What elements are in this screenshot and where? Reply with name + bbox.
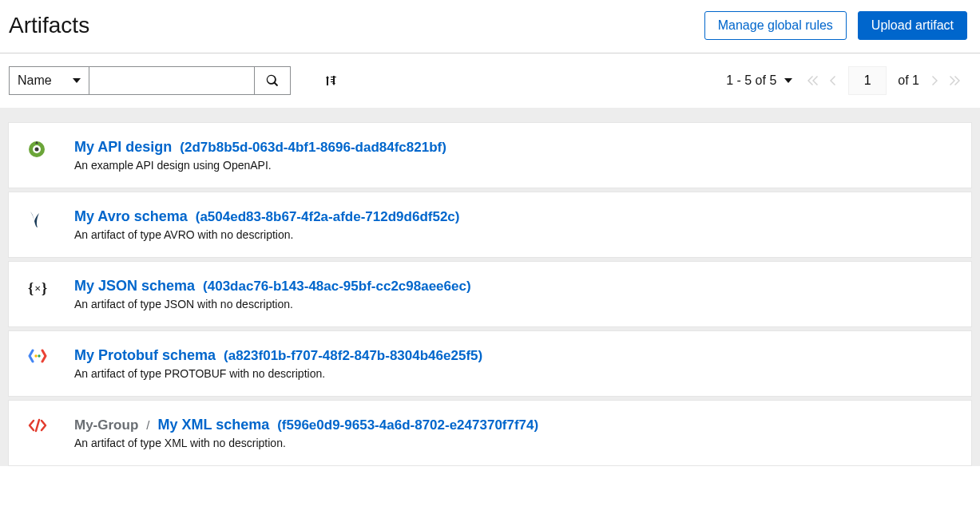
next-page-button[interactable]	[930, 75, 938, 86]
artifact-row: My-Group/My XML schema(f596e0d9-9653-4a6…	[8, 400, 972, 466]
angle-left-icon	[829, 75, 837, 86]
protobuf-icon	[28, 349, 46, 366]
json-icon: {}✕	[28, 279, 46, 297]
search-button[interactable]	[255, 67, 290, 94]
artifact-description: An artifact of type XML with no descript…	[74, 437, 952, 449]
manage-global-rules-button[interactable]: Manage global rules	[704, 11, 847, 40]
artifact-name-link[interactable]: My Avro schema	[74, 208, 188, 225]
svg-text:{: {	[28, 280, 34, 296]
artifact-row: My Protobuf schema(a823f01b-f707-48f2-84…	[8, 330, 972, 397]
filter-group: Name	[9, 66, 291, 95]
separator: /	[146, 418, 149, 432]
openapi-icon	[28, 140, 46, 158]
artifact-row: My Avro schema(a504ed83-8b67-4f2a-afde-7…	[8, 192, 972, 258]
svg-line-8	[36, 420, 39, 431]
artifact-row: My API design(2d7b8b5d-063d-4bf1-8696-da…	[8, 122, 972, 188]
svg-point-2	[35, 148, 39, 152]
sort-button[interactable]	[321, 71, 340, 90]
artifact-name-link[interactable]: My XML schema	[157, 417, 269, 433]
filter-field-label: Name	[18, 73, 52, 88]
artifact-description: An artifact of type JSON with no descrip…	[74, 298, 952, 310]
svg-point-6	[34, 354, 37, 357]
page-total-label: of 1	[898, 73, 919, 88]
artifact-description: An artifact of type PROTOBUF with no des…	[74, 367, 952, 380]
artifact-row: {}✕My JSON schema(403dac76-b143-48ac-95b…	[8, 261, 972, 327]
svg-text:✕: ✕	[34, 284, 41, 293]
angle-double-right-icon	[950, 75, 961, 86]
angle-double-left-icon	[807, 75, 818, 86]
page-title: Artifacts	[9, 13, 89, 38]
svg-text:}: }	[42, 280, 47, 296]
results-range-text: 1 - 5 of 5	[726, 73, 776, 87]
caret-down-icon	[73, 78, 81, 83]
artifact-id: (2d7b8b5d-063d-4bf1-8696-dad84fc821bf)	[180, 140, 446, 156]
results-range-select[interactable]: 1 - 5 of 5	[726, 73, 792, 88]
search-input[interactable]	[89, 67, 255, 94]
artifact-description: An example API design using OpenAPI.	[74, 159, 952, 172]
search-icon	[266, 74, 279, 87]
prev-page-button[interactable]	[829, 75, 837, 86]
upload-artifact-button[interactable]: Upload artifact	[858, 11, 967, 40]
artifact-id: (f596e0d9-9653-4a6d-8702-e247370f7f74)	[277, 417, 538, 433]
artifact-name-link[interactable]: My JSON schema	[74, 278, 195, 295]
filter-field-select[interactable]: Name	[10, 67, 89, 94]
artifact-id: (a504ed83-8b67-4f2a-afde-712d9d6df52c)	[196, 209, 460, 225]
artifact-id: (a823f01b-f707-48f2-847b-8304b46e25f5)	[224, 348, 482, 364]
xml-icon	[28, 418, 46, 436]
artifact-name-link[interactable]: My API design	[74, 139, 172, 156]
artifact-description: An artifact of type AVRO with no descrip…	[74, 228, 952, 241]
last-page-button[interactable]	[950, 75, 961, 86]
artifact-name-link[interactable]: My Protobuf schema	[74, 347, 216, 364]
angle-right-icon	[930, 75, 938, 86]
avro-icon	[28, 210, 46, 227]
first-page-button[interactable]	[807, 75, 818, 86]
artifact-group: My-Group	[74, 417, 138, 433]
sort-icon	[324, 74, 337, 87]
page-number-input[interactable]	[848, 66, 887, 95]
artifact-id: (403dac76-b143-48ac-95bf-cc2c98aee6ec)	[203, 279, 471, 295]
svg-point-7	[38, 354, 40, 357]
caret-down-icon	[784, 78, 792, 83]
